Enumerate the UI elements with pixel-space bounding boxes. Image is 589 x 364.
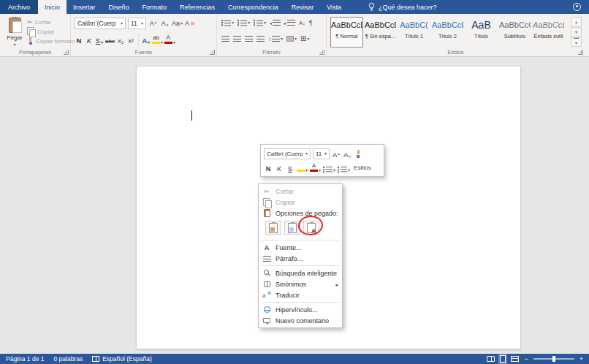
align-center-icon — [233, 36, 241, 42]
menu-item-new-comment[interactable]: Nuevo comentario — [259, 315, 342, 326]
tab-revisar[interactable]: Revisar — [285, 0, 321, 14]
paste-button[interactable]: Pegar — [4, 16, 26, 53]
menu-item-synonyms[interactable]: Sinónimos — [259, 278, 342, 289]
language-indicator[interactable]: Español (España) — [92, 355, 152, 363]
paragraph-dialog-launcher[interactable] — [319, 50, 324, 55]
increase-indent-button[interactable] — [284, 19, 295, 26]
style-normal[interactable]: AaBbCcDc ¶ Normal — [330, 17, 363, 48]
font-name-select[interactable]: Calibri (Cuerp — [75, 18, 126, 29]
format-painter-button[interactable]: Copiar formato — [27, 37, 75, 45]
shrink-font-button[interactable]: A — [160, 18, 170, 29]
mini-underline-button[interactable]: S — [286, 162, 294, 173]
font-row-1: Calibri (Cuerp 11 A A Aa A — [75, 18, 194, 29]
zoom-in-button[interactable] — [580, 355, 583, 363]
tab-archivo[interactable]: Archivo — [0, 0, 38, 14]
mini-bullets-button[interactable] — [323, 162, 335, 173]
mini-format-painter-button[interactable] — [354, 148, 362, 159]
mini-bold-button[interactable]: N — [264, 162, 273, 173]
page-indicator[interactable]: Página 1 de 1 — [6, 355, 44, 363]
word-count[interactable]: 0 palabras — [53, 355, 83, 363]
multilevel-list-button[interactable] — [254, 20, 266, 26]
mini-shrink-font-button[interactable]: A — [343, 148, 352, 159]
mini-numbering-button[interactable] — [338, 162, 350, 173]
style-subtitle[interactable]: AaBbCcC Subtítulo — [498, 17, 531, 48]
style-subtle-emphasis[interactable]: AaBbCcDc Énfasis sutil — [532, 17, 565, 48]
sort-button[interactable] — [299, 19, 305, 26]
menu-item-font[interactable]: Fuente... — [259, 242, 342, 253]
align-right-button[interactable] — [245, 36, 253, 42]
font-size-select[interactable]: 11 — [128, 18, 146, 29]
clear-formatting-button[interactable]: A — [185, 18, 194, 29]
font-dialog-launcher[interactable] — [210, 50, 215, 55]
superscript-button[interactable]: X² — [126, 34, 135, 45]
tab-vista[interactable]: Vista — [320, 0, 348, 14]
decrease-indent-button[interactable] — [270, 19, 281, 26]
tab-formato[interactable]: Formato — [136, 0, 174, 14]
tabbar-right — [573, 0, 589, 14]
tell-me-box[interactable]: ¿Qué desea hacer? — [368, 0, 437, 14]
tab-correspondencia[interactable]: Correspondencia — [221, 0, 285, 14]
cut-icon — [27, 18, 33, 26]
menu-item-copy[interactable]: Copiar — [259, 197, 342, 208]
tab-referencias[interactable]: Referencias — [173, 0, 221, 14]
paste-dropdown-caret[interactable] — [13, 42, 15, 47]
menu-item-cut[interactable]: Cortar — [259, 186, 342, 197]
font-row-2: N K S abc X₂ X² A ab A — [75, 33, 175, 45]
mini-styles-button[interactable]: Estilos — [354, 164, 371, 171]
line-spacing-button[interactable] — [268, 35, 283, 42]
styles-scroll-down-button[interactable] — [571, 27, 582, 37]
styles-more-button[interactable] — [571, 37, 582, 47]
bold-button[interactable]: N — [75, 34, 83, 45]
chevron-down-icon — [161, 39, 163, 45]
subscript-button[interactable]: X₂ — [116, 34, 125, 45]
strikethrough-button[interactable]: abc — [105, 34, 115, 45]
bullets-button[interactable] — [221, 20, 234, 26]
cut-button[interactable]: Cortar — [27, 18, 51, 26]
zoom-slider[interactable] — [533, 358, 574, 360]
menu-item-translate[interactable]: Traducir — [259, 289, 342, 300]
highlight-color-button[interactable]: ab — [152, 34, 163, 45]
italic-button[interactable]: K — [85, 34, 94, 45]
style-heading-2[interactable]: AaBbCcE Título 2 — [431, 17, 464, 48]
mini-font-size-select[interactable]: 11 — [313, 148, 330, 159]
paste-keep-source-formatting-button[interactable] — [265, 221, 281, 235]
chevron-down-icon — [121, 21, 123, 26]
read-mode-button[interactable] — [487, 356, 495, 362]
print-layout-button[interactable] — [500, 355, 506, 363]
tab-insertar[interactable]: Insertar — [66, 0, 102, 14]
mini-highlight-button[interactable]: ​ — [297, 162, 308, 173]
menu-item-paragraph[interactable]: Párrafo... — [259, 253, 342, 264]
copy-button[interactable]: Copiar — [27, 27, 55, 36]
mini-grow-font-button[interactable]: A — [332, 148, 341, 159]
web-layout-button[interactable] — [511, 356, 519, 362]
justify-button[interactable] — [256, 36, 265, 42]
zoom-out-button[interactable] — [524, 355, 528, 363]
borders-button[interactable] — [300, 34, 309, 42]
underline-button[interactable]: S — [95, 34, 104, 45]
account-icon[interactable] — [573, 3, 581, 11]
mini-font-name-select[interactable]: Calibri (Cuerp — [264, 148, 311, 159]
mini-italic-button[interactable]: K — [275, 162, 284, 173]
styles-dialog-launcher[interactable] — [578, 50, 583, 55]
change-case-button[interactable]: Aa — [172, 18, 183, 29]
shading-button[interactable] — [286, 36, 297, 42]
menu-item-smart-lookup[interactable]: Búsqueda inteligente — [259, 268, 342, 278]
highlight-color-swatch — [152, 42, 160, 44]
text-effects-button[interactable]: A — [142, 34, 151, 45]
clipboard-dialog-launcher[interactable] — [64, 50, 69, 55]
show-marks-button[interactable] — [309, 19, 313, 26]
tab-diseno[interactable]: Diseño — [102, 0, 136, 14]
align-left-button[interactable] — [221, 36, 229, 42]
mini-font-color-button[interactable]: A — [310, 162, 321, 173]
zoom-slider-thumb[interactable] — [552, 356, 555, 362]
align-center-button[interactable] — [233, 36, 241, 42]
font-color-button[interactable]: A — [164, 34, 175, 45]
tab-inicio[interactable]: Inicio — [38, 0, 66, 14]
styles-scroll-up-button[interactable] — [571, 17, 582, 26]
numbering-button[interactable] — [238, 20, 250, 26]
style-title[interactable]: AaB Título — [465, 17, 498, 48]
menu-item-hyperlink[interactable]: Hipervínculo... — [259, 304, 342, 315]
style-no-spacing[interactable]: AaBbCcDc ¶ Sin espa... — [364, 17, 397, 48]
grow-font-button[interactable]: A — [148, 18, 158, 29]
style-heading-1[interactable]: AaBbC( Título 1 — [398, 17, 430, 48]
